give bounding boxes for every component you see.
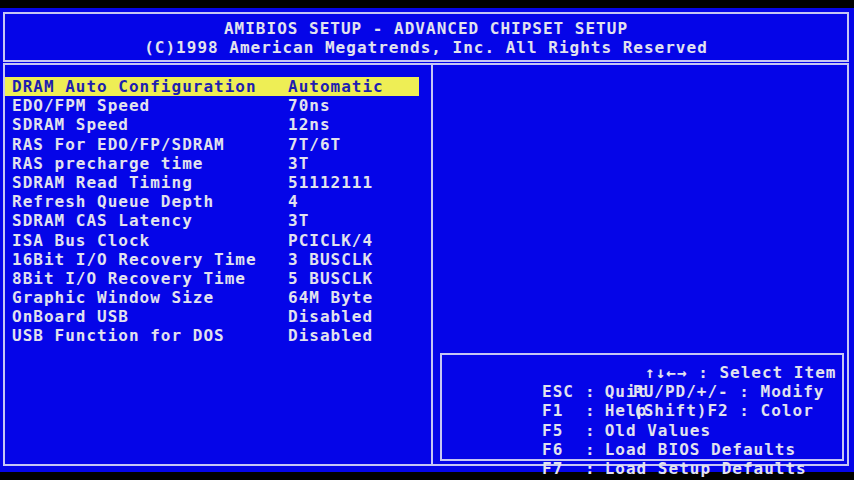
setting-label: ISA Bus Clock [12, 231, 150, 250]
setting-row-refresh-queue-depth[interactable]: Refresh Queue Depth 4 [5, 192, 419, 211]
setting-row-usb-function-for-dos[interactable]: USB Function for DOS Disabled [5, 326, 419, 345]
setting-label: RAS precharge time [12, 154, 203, 173]
setup-title: AMIBIOS SETUP - ADVANCED CHIPSET SETUP [5, 19, 847, 38]
setting-label: RAS For EDO/FP/SDRAM [12, 135, 225, 154]
setting-label: DRAM Auto Configuration [12, 77, 257, 96]
setting-value: 3T [288, 154, 309, 173]
setting-value: Automatic [288, 77, 384, 96]
setting-label: EDO/FPM Speed [12, 96, 150, 115]
setting-label: OnBoard USB [12, 307, 129, 326]
setting-label: SDRAM CAS Latency [12, 211, 193, 230]
help-row-load-setup-defaults: F7:Load Setup Defaults [457, 440, 842, 459]
help-row-old-values: F5:Old Values (Shift)F2 : Color [457, 401, 842, 420]
setting-row-sdram-read-timing[interactable]: SDRAM Read Timing 51112111 [5, 173, 419, 192]
settings-list: DRAM Auto Configuration Automatic EDO/FP… [5, 65, 433, 464]
setting-label: Graphic Window Size [12, 288, 214, 307]
setting-row-dram-auto-configuration[interactable]: DRAM Auto Configuration Automatic [5, 77, 419, 96]
setting-value: Disabled [288, 326, 373, 345]
setting-value: 64M Byte [288, 288, 373, 307]
copyright-line: (C)1998 American Megatrends, Inc. All Ri… [5, 38, 847, 57]
setting-value: 51112111 [288, 173, 373, 192]
help-row-help: F1:Help PU/PD/+/- : Modify [457, 382, 842, 401]
bios-screen: { "colors": { "screen_bg": "#0505e8", "f… [0, 0, 854, 480]
crt-blue-screen: AMIBIOS SETUP - ADVANCED CHIPSET SETUP (… [0, 8, 854, 472]
help-shortcut-select-item: ↑↓←→ : Select Item [645, 363, 836, 382]
help-action: Load Setup Defaults [605, 459, 807, 478]
setting-row-ras-precharge-time[interactable]: RAS precharge time 3T [5, 154, 419, 173]
setting-label: 16Bit I/O Recovery Time [12, 250, 257, 269]
setting-value: 12ns [288, 115, 331, 134]
help-shortcut-color: (Shift)F2 : Color [633, 401, 814, 420]
setting-value: 5 BUSCLK [288, 269, 373, 288]
help-panel: ESC:Quit ↑↓←→ : Select Item F1:Help PU/P… [440, 353, 844, 461]
setting-label: 8Bit I/O Recovery Time [12, 269, 246, 288]
setting-row-edo-fpm-speed[interactable]: EDO/FPM Speed 70ns [5, 96, 419, 115]
main-panel: DRAM Auto Configuration Automatic EDO/FP… [3, 63, 849, 466]
setting-row-isa-bus-clock[interactable]: ISA Bus Clock PCICLK/4 [5, 231, 419, 250]
header-panel: AMIBIOS SETUP - ADVANCED CHIPSET SETUP (… [3, 12, 849, 62]
help-key: F7 [542, 459, 585, 478]
help-row-load-bios-defaults: F6:Load BIOS Defaults [457, 421, 842, 440]
setting-value: 7T/6T [288, 135, 341, 154]
setting-value: 70ns [288, 96, 331, 115]
setting-row-ras-for-edo-fp-sdram[interactable]: RAS For EDO/FP/SDRAM 7T/6T [5, 135, 419, 154]
setting-value: 3T [288, 211, 309, 230]
setting-label: SDRAM Read Timing [12, 173, 193, 192]
help-shortcut-modify: PU/PD/+/- : Modify [633, 382, 824, 401]
setting-label: Refresh Queue Depth [12, 192, 214, 211]
setting-row-sdram-cas-latency[interactable]: SDRAM CAS Latency 3T [5, 211, 419, 230]
setting-value: 4 [288, 192, 299, 211]
setting-row-sdram-speed[interactable]: SDRAM Speed 12ns [5, 115, 419, 134]
setting-label: SDRAM Speed [12, 115, 129, 134]
setting-row-8bit-io-recovery-time[interactable]: 8Bit I/O Recovery Time 5 BUSCLK [5, 269, 419, 288]
setting-row-onboard-usb[interactable]: OnBoard USB Disabled [5, 307, 419, 326]
setting-row-graphic-window-size[interactable]: Graphic Window Size 64M Byte [5, 288, 419, 307]
setting-value: Disabled [288, 307, 373, 326]
help-row-quit: ESC:Quit ↑↓←→ : Select Item [457, 363, 842, 382]
setting-value: PCICLK/4 [288, 231, 373, 250]
setting-value: 3 BUSCLK [288, 250, 373, 269]
setting-row-16bit-io-recovery-time[interactable]: 16Bit I/O Recovery Time 3 BUSCLK [5, 250, 419, 269]
help-separator: : [585, 459, 596, 478]
setting-label: USB Function for DOS [12, 326, 225, 345]
